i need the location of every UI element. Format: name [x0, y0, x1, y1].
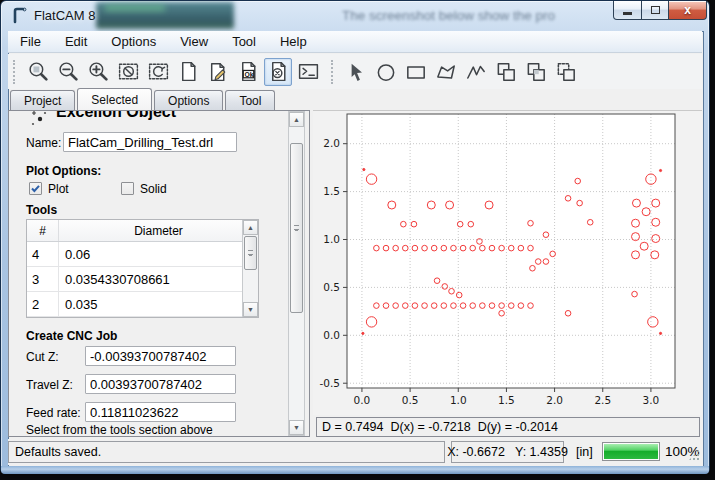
- table-row[interactable]: 3 0.0354330708661: [27, 267, 258, 292]
- zoom-in-button[interactable]: [84, 58, 112, 86]
- window-frame-bottom: [1, 466, 709, 474]
- column-header-diameter[interactable]: Diameter: [59, 220, 258, 241]
- shell-button[interactable]: [294, 58, 322, 86]
- polygon-union-button[interactable]: [492, 58, 520, 86]
- plot-options-label: Plot Options:: [26, 164, 101, 178]
- svg-text:1.0: 1.0: [450, 394, 467, 406]
- glass-reflection: [105, 5, 165, 11]
- distance-readout: D = 0.7494 D(x) = -0.7218 D(y) = -0.2014: [316, 417, 700, 437]
- object-type-title: Excellon Object: [56, 110, 176, 121]
- table-row[interactable]: 2 0.035: [27, 292, 258, 317]
- new-project-button[interactable]: [174, 58, 202, 86]
- tab-selected[interactable]: Selected: [77, 88, 152, 110]
- table-row[interactable]: 4 0.06: [27, 242, 258, 267]
- name-input[interactable]: [63, 132, 237, 152]
- scrollbar-thumb[interactable]: [244, 236, 257, 270]
- title-bar[interactable]: The screenshot below show the pro FlatCA…: [1, 1, 711, 31]
- panel-scrollbar[interactable]: ▲ ▼: [288, 111, 305, 436]
- draw-polygon-button[interactable]: [432, 58, 460, 86]
- main-toolbar: Ok: [8, 54, 702, 89]
- menu-tool[interactable]: Tool: [220, 31, 268, 52]
- plot-canvas[interactable]: 0.00.51.01.52.02.53.0-0.50.00.51.01.52.0: [313, 111, 702, 416]
- cursor-coordinates: X: -0.6672 Y: 1.4359: [451, 441, 564, 463]
- scroll-up-arrow[interactable]: ▲: [289, 112, 304, 127]
- status-message: Defaults saved.: [8, 441, 445, 463]
- tab-options[interactable]: Options: [154, 90, 223, 110]
- solid-checkbox[interactable]: [121, 182, 134, 195]
- progress-fill: [604, 444, 658, 459]
- draw-circle-button[interactable]: [372, 58, 400, 86]
- toolbar-grip[interactable]: [331, 60, 336, 84]
- glass-reflection-text: The screenshot below show the pro: [342, 8, 555, 23]
- flatcam-logo-icon: [12, 7, 28, 24]
- excellon-drill-icon: [29, 110, 49, 128]
- menu-edit[interactable]: Edit: [53, 31, 99, 52]
- svg-text:2.0: 2.0: [546, 394, 563, 406]
- edit-object-button[interactable]: [204, 58, 232, 86]
- tools-table: # Diameter 4 0.06 3 0.0354330708661 2 0.…: [26, 219, 259, 318]
- svg-text:1.5: 1.5: [323, 185, 340, 197]
- tools-table-header: # Diameter: [27, 220, 258, 242]
- scroll-up-arrow[interactable]: ▲: [243, 220, 258, 235]
- feed-rate-input[interactable]: [85, 402, 236, 422]
- selected-object-panel: Excellon Object Name: Plot Options: Plot…: [8, 110, 310, 437]
- minimize-button[interactable]: [613, 1, 642, 20]
- menu-file[interactable]: File: [8, 31, 53, 52]
- svg-text:1.5: 1.5: [498, 394, 515, 406]
- draw-polyline-button[interactable]: [462, 58, 490, 86]
- cut-z-input[interactable]: [85, 346, 236, 366]
- feed-rate-label: Feed rate:: [26, 406, 81, 420]
- menu-help[interactable]: Help: [268, 31, 319, 52]
- plot-area[interactable]: 0.00.51.01.52.02.53.0-0.50.00.51.01.52.0: [313, 110, 702, 415]
- maximize-icon: [651, 6, 660, 14]
- svg-text:2.0: 2.0: [323, 137, 340, 149]
- zoom-fit-button[interactable]: [24, 58, 52, 86]
- select-tool-button[interactable]: [342, 58, 370, 86]
- travel-z-input[interactable]: [85, 374, 236, 394]
- accept-object-button[interactable]: Ok: [234, 58, 262, 86]
- svg-text:3.0: 3.0: [643, 394, 660, 406]
- tab-bar: Project Selected Options Tool: [8, 88, 702, 110]
- svg-text:Ok: Ok: [244, 71, 253, 78]
- delete-object-button[interactable]: [264, 58, 292, 86]
- maximize-button[interactable]: [641, 1, 669, 20]
- travel-z-label: Travel Z:: [26, 378, 73, 392]
- name-label: Name:: [26, 136, 61, 150]
- zoom-out-button[interactable]: [54, 58, 82, 86]
- draw-rectangle-button[interactable]: [402, 58, 430, 86]
- toolbar-grip[interactable]: [13, 60, 18, 84]
- polygon-subtract-button[interactable]: [552, 58, 580, 86]
- close-button[interactable]: x: [668, 1, 707, 20]
- menu-view[interactable]: View: [168, 31, 220, 52]
- scrollbar-thumb[interactable]: [290, 143, 303, 313]
- cut-z-label: Cut Z:: [26, 350, 59, 364]
- close-icon: x: [684, 3, 691, 17]
- clear-plot-button[interactable]: [144, 58, 172, 86]
- status-bar: Defaults saved. X: -0.6672 Y: 1.4359 [in…: [8, 439, 702, 465]
- progress-bar: [602, 442, 660, 461]
- table-scrollbar[interactable]: ▲ ▼: [242, 220, 258, 317]
- tab-tool[interactable]: Tool: [225, 90, 275, 110]
- svg-text:2.5: 2.5: [594, 394, 611, 406]
- minimize-icon: [623, 12, 632, 15]
- scroll-down-arrow[interactable]: ▼: [289, 420, 304, 435]
- svg-text:0.5: 0.5: [323, 281, 340, 293]
- svg-text:0.0: 0.0: [354, 394, 371, 406]
- check-icon: [30, 183, 41, 194]
- svg-text:0.0: 0.0: [323, 329, 340, 341]
- column-header-number[interactable]: #: [27, 220, 59, 241]
- plot-checkbox[interactable]: [29, 182, 42, 195]
- units-label: [in]: [576, 445, 593, 459]
- tools-label: Tools: [26, 203, 57, 217]
- tab-project[interactable]: Project: [10, 90, 75, 110]
- scroll-down-arrow[interactable]: ▼: [243, 302, 258, 317]
- window-title: FlatCAM 8: [34, 8, 95, 23]
- replot-button[interactable]: [114, 58, 142, 86]
- tools-note: Select from the tools section above: [26, 423, 213, 437]
- menu-options[interactable]: Options: [99, 31, 168, 52]
- polygon-intersection-button[interactable]: [522, 58, 550, 86]
- plot-checkbox-label: Plot: [48, 182, 69, 196]
- svg-text:0.5: 0.5: [402, 394, 419, 406]
- solid-checkbox-label: Solid: [140, 182, 167, 196]
- svg-text:1.0: 1.0: [323, 233, 340, 245]
